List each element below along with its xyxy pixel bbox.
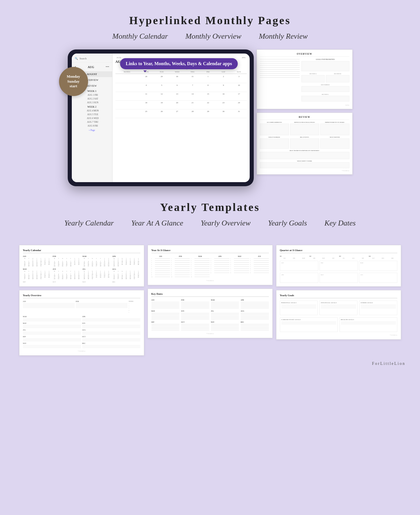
kd-line: [181, 313, 209, 313]
kd-line: [181, 306, 209, 307]
glance-line: 5: [171, 266, 190, 267]
day-31: 31: [231, 110, 246, 113]
day-27: 27: [169, 110, 185, 113]
glance-line: 7: [230, 270, 249, 271]
mini-feb-r5: 2425262728: [53, 265, 81, 267]
glance-line: 8: [191, 272, 210, 274]
tablet-wrapper: Monday Sunday start Links to Year, Month…: [68, 49, 248, 186]
overview-line-1: [260, 59, 300, 59]
day-18: 18: [139, 101, 154, 104]
sidebar-day-aug8[interactable]: AUG 8 FRI: [72, 124, 112, 128]
key-dates-title: Key Dates: [151, 292, 269, 297]
day-10: 10: [231, 84, 246, 87]
glance-line: 2: [211, 260, 229, 261]
sidebar-day-aug4[interactable]: AUG 4 MON: [72, 109, 112, 113]
sidebar-day-aug5[interactable]: AUG 5 TUE: [72, 113, 112, 116]
kd-jul-lines: [211, 313, 239, 319]
yearly-goals-card: Yearly Goals PERSONAL GOALS FINANCIAL GO…: [276, 290, 401, 340]
glance-line: 8: [250, 272, 269, 274]
sidebar-item-week2: WEEK 2: [72, 104, 112, 109]
overview-line-6: [260, 69, 300, 70]
day-22: 22: [200, 101, 216, 104]
day-21: 21: [185, 101, 200, 104]
kd-line: [241, 306, 269, 307]
kd-line: [241, 317, 269, 318]
glance-line: 2: [171, 260, 190, 261]
day-mon-28: 28: [139, 75, 154, 78]
kd-line: [181, 302, 209, 302]
search-icon: 🔍: [75, 57, 78, 60]
sidebar-more-icon[interactable]: ···: [106, 64, 109, 70]
section-b: [326, 75, 349, 82]
yearly-calendar-card: Yearly Calendar JAN MTWTFSS 12345 678910…: [19, 245, 144, 287]
subtitle-yearly-goals: Yearly Goals: [268, 219, 307, 228]
glance-line: 1: [171, 258, 190, 259]
nov-placeholder: NOV: [83, 281, 111, 283]
kd-may: MAY: [151, 310, 180, 319]
sidebar-day-aug3[interactable]: AUG 3 SUN: [72, 101, 112, 104]
glance-line: 4: [151, 264, 170, 265]
sidebar-day-aug6[interactable]: AUG 6 WED: [72, 116, 112, 120]
day-5: 5: [154, 84, 169, 87]
mini-apr-r5: 2930: [112, 265, 140, 267]
kd-line: [151, 319, 180, 319]
kd-line: [241, 328, 269, 329]
kd-jan-label: JAN: [151, 299, 180, 301]
yearly-goals-row1: PERSONAL GOALS FINANCIAL GOALS: [280, 301, 397, 315]
kd-line: [181, 317, 209, 318]
wed-header: WED: [169, 71, 185, 73]
glance-line: 9: [171, 274, 190, 276]
subtitle-key-dates: Key Dates: [324, 219, 356, 228]
glance-line: 7: [151, 270, 170, 271]
overview-line-7: [260, 71, 300, 72]
tablet-screen: 🔍 Search ‹ AUG ··· AUGUST OVERVIEW REVIE…: [72, 54, 250, 182]
q3-header: Q3 JULAUGSEP: [339, 255, 368, 259]
glance-line: 10: [171, 276, 190, 278]
day-fri-1: 1: [200, 75, 216, 78]
mini-aug-label: AUG: [112, 268, 140, 270]
glance-line: 3: [230, 262, 249, 263]
middle-col: Year At A Glance JAN 1 2 3 4 5 6 7 8 9: [148, 245, 273, 338]
kd-line: [151, 306, 180, 307]
glance-line: 6: [230, 268, 249, 269]
sidebar-day-aug7[interactable]: AUG 7 THU: [72, 120, 112, 124]
mini-year-calendar: JAN MTWTFSS 12345 6789101112 13141516171…: [23, 255, 140, 279]
review-preview-card: REVIEW ACCOMPLISHMENTS DIFFICULTIES/CHAL…: [257, 113, 353, 175]
sidebar-header-label: Search: [80, 57, 87, 60]
kd-line: [181, 303, 209, 304]
sidebar-day-aug2[interactable]: AUG 2 SAT: [72, 97, 112, 101]
overview-may-section: MAY: [23, 322, 81, 328]
kd-line: [181, 316, 209, 316]
day-9: 9: [216, 84, 231, 87]
glance-line: 1: [230, 258, 249, 259]
kd-line: [151, 305, 180, 305]
day-17: 17: [231, 93, 246, 95]
glance-line: 6: [211, 268, 229, 269]
right-col: Quarter at A Glance Q1 JANFEBMAR Q2 APRM…: [276, 245, 401, 340]
glance-line: 8: [171, 272, 190, 274]
glance-feb-lines: 1 2 3 4 5 6 7 8 9 10: [171, 258, 190, 278]
mini-jun-r5: 24252627282930: [53, 278, 81, 279]
kd-line: [211, 302, 239, 302]
quarter-at-glance-title: Quarter at A Glance: [280, 249, 397, 253]
left-col: Yearly Calendar JAN MTWTFSS 12345 678910…: [19, 245, 144, 356]
glance-mar-label: MAR: [191, 255, 210, 257]
add-page-button[interactable]: + Page: [72, 128, 112, 133]
kd-jul-label: JUL: [211, 310, 239, 312]
monday-sunday-badge: Monday Sunday start: [59, 67, 88, 96]
overview-line-9: [260, 75, 300, 76]
glance-line: 9: [151, 274, 170, 276]
year-glance-grid: JAN 1 2 3 4 5 6 7 8 9 10: [151, 255, 269, 278]
glance-line: 3: [151, 262, 170, 263]
glance-line: 4: [191, 264, 210, 265]
kd-mar-lines: [211, 302, 239, 308]
other-goals: OTHER GOALS: [359, 301, 397, 315]
big-events: [290, 138, 319, 149]
glance-line: 6: [151, 268, 170, 269]
oct-placeholder: OCT: [53, 281, 81, 283]
day-thu-31: 31: [185, 75, 200, 78]
subtitle-yearly-calendar: Yearly Calendar: [64, 219, 114, 228]
kd-sep: SEP: [151, 321, 180, 331]
glance-line: 10: [191, 276, 210, 278]
kd-line: [151, 303, 180, 304]
